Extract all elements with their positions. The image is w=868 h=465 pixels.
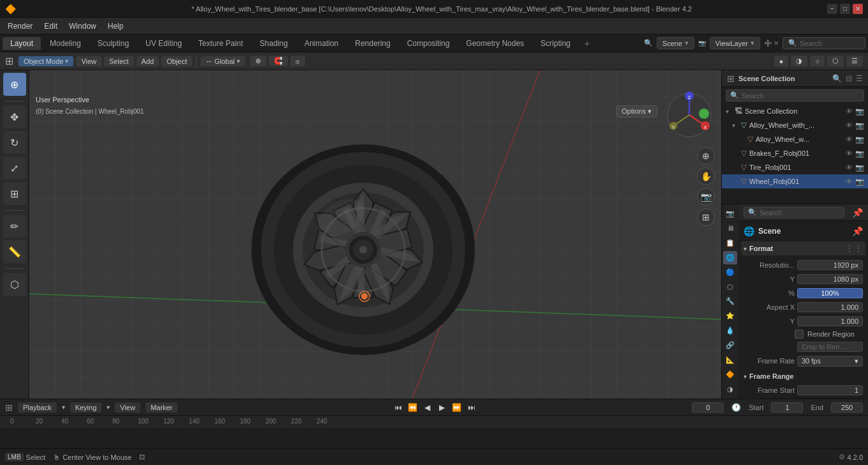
output-props-icon[interactable]: 🖥 [723, 222, 737, 235]
view-menu-timeline[interactable]: View [115, 402, 140, 413]
jump-start-button[interactable]: ⏮ [392, 401, 405, 414]
render-icon[interactable]: 📷 [855, 178, 864, 186]
close-button[interactable]: ✕ [853, 4, 863, 14]
outliner-item-alloy-wheel[interactable]: ▾ ▽ Alloy_Wheel_with_... 👁 📷 [722, 118, 868, 132]
viewport-shading-rendered[interactable]: ○ [810, 56, 825, 66]
visibility-icon[interactable]: 👁 [846, 107, 853, 116]
frame-range-header[interactable]: ▾ Frame Range [741, 370, 865, 382]
render-icon[interactable]: 📷 [855, 107, 864, 116]
frame-rate-dropdown[interactable]: 30 fps ▾ [797, 356, 863, 367]
step-back-button[interactable]: ⏪ [407, 401, 419, 414]
tab-geometry-nodes[interactable]: Geometry Nodes [458, 37, 532, 50]
annotate-tool[interactable]: ✏ [3, 215, 26, 238]
end-frame-input[interactable]: 250 [831, 402, 863, 413]
cursor-tool[interactable]: ⊕ [3, 73, 26, 96]
pivot-point[interactable]: ⊕ [250, 56, 266, 66]
render-icon[interactable]: 📷 [855, 135, 864, 144]
minimize-button[interactable]: − [827, 4, 837, 14]
viewport-overlay[interactable]: ⬡ [827, 56, 844, 66]
render-icon[interactable]: 📷 [855, 121, 864, 130]
add-workspace-button[interactable]: + [580, 36, 595, 50]
menu-render[interactable]: Render [3, 20, 38, 32]
viewlayer-selector[interactable]: ViewLayer ▾ [710, 37, 760, 49]
play-back-button[interactable]: ◀ [421, 401, 434, 414]
render-icon[interactable]: 📷 [855, 149, 864, 158]
select-menu[interactable]: Select [104, 56, 134, 66]
outliner-item-alloy-wheel-mesh[interactable]: ▾ ▽ Alloy_Wheel_w... 👁 📷 [722, 132, 868, 146]
outliner-item-tire[interactable]: ▾ ▽ Tire_Robj001 👁 📷 [722, 160, 868, 174]
proportional-edit[interactable]: ⌾ [290, 56, 305, 66]
grid-button[interactable]: ⊞ [697, 208, 715, 226]
render-props-icon[interactable]: 📷 [723, 207, 737, 220]
tab-sculpting[interactable]: Sculpting [90, 37, 137, 50]
jump-end-button[interactable]: ⏭ [465, 401, 478, 414]
viewport-shading-material[interactable]: ◑ [791, 56, 807, 66]
step-forward-button[interactable]: ⏩ [451, 401, 463, 414]
render-region-checkbox[interactable] [795, 330, 804, 339]
keying-menu[interactable]: Keying [70, 402, 102, 413]
format-menu-icon[interactable]: ⋮⋮ [845, 243, 863, 254]
view-layer-props-icon[interactable]: 📋 [723, 236, 737, 250]
viewport-3d[interactable]: User Perspective (0) Scene Collection | … [29, 70, 721, 399]
viewport-shading-solid[interactable]: ● [774, 56, 789, 66]
tab-compositing[interactable]: Compositing [400, 37, 458, 50]
pan-button[interactable]: ✋ [697, 167, 715, 185]
outliner-search[interactable]: 🔍 Search [726, 89, 864, 102]
scale-tool[interactable]: ⤢ [3, 156, 26, 179]
options-button[interactable]: Options ▾ [616, 105, 657, 118]
object-menu[interactable]: Object [161, 56, 192, 66]
visibility-icon[interactable]: 👁 [846, 121, 853, 130]
snap-toggle[interactable]: 🧲 [269, 56, 288, 66]
pin-icon[interactable]: 📌 [852, 208, 863, 218]
outliner-item-wheel[interactable]: ▾ ▽ Wheel_Robj001 👁 📷 [722, 174, 868, 188]
world-props-icon[interactable]: 🔵 [723, 266, 737, 279]
play-button[interactable]: ▶ [436, 401, 449, 414]
scene-selector[interactable]: Scene ▾ [657, 37, 694, 49]
visibility-icon[interactable]: 👁 [846, 135, 853, 144]
playback-menu[interactable]: Playback [18, 402, 57, 413]
object-props-icon[interactable]: ⬡ [723, 280, 737, 294]
pin-scene-icon[interactable]: 📌 [852, 226, 863, 236]
timeline-content[interactable]: 0 20 40 60 80 100 120 140 160 180 200 22… [0, 416, 868, 448]
viewport-xray[interactable]: ☰ [846, 56, 863, 66]
scene-props-icon[interactable]: 🌐 [723, 251, 737, 264]
tab-layout[interactable]: Layout [3, 37, 41, 50]
tab-shading[interactable]: Shading [252, 37, 296, 50]
transform-orientation[interactable]: ↔ Global ▾ [200, 56, 245, 66]
maximize-button[interactable]: □ [840, 4, 850, 14]
render-icon[interactable]: 📷 [855, 164, 864, 172]
shading-props-icon[interactable]: ◑ [723, 383, 737, 396]
constraints-props-icon[interactable]: 🔗 [723, 339, 737, 352]
start-frame-input[interactable]: 1 [771, 402, 803, 413]
data-props-icon[interactable]: 📐 [723, 353, 737, 367]
visibility-icon[interactable]: 👁 [846, 178, 853, 186]
view-menu[interactable]: View [76, 56, 101, 66]
current-frame-display[interactable]: 0 [692, 402, 724, 413]
particles-props-icon[interactable]: ⭐ [723, 309, 737, 323]
tab-scripting[interactable]: Scripting [533, 37, 578, 50]
menu-window[interactable]: Window [64, 20, 101, 32]
properties-search[interactable]: 🔍 Search [744, 207, 844, 218]
aspect-x-input[interactable]: 1.000 [797, 302, 863, 312]
camera-button[interactable]: 📷 [697, 188, 715, 206]
viewport-gizmo[interactable]: Z X Y [664, 89, 715, 141]
measure-tool[interactable]: 📏 [3, 240, 26, 263]
resolution-y-input[interactable]: 1080 px [797, 274, 863, 284]
outliner-item-scene-collection[interactable]: ▾ 🏗 Scene Collection 👁 📷 [722, 104, 868, 118]
gizmo-svg[interactable]: Z X Y [664, 89, 715, 141]
resolution-pct-input[interactable]: 100% [797, 288, 863, 298]
tab-animation[interactable]: Animation [297, 37, 346, 50]
aspect-y-input[interactable]: 1.000 [797, 316, 863, 326]
transform-tool[interactable]: ⊞ [3, 182, 26, 205]
modifier-props-icon[interactable]: 🔧 [723, 295, 737, 309]
top-search[interactable]: 🔍 Search [782, 37, 865, 49]
resolution-x-input[interactable]: 1920 px [797, 260, 863, 270]
tab-texture-paint[interactable]: Texture Paint [191, 37, 251, 50]
tab-uv-editing[interactable]: UV Editing [138, 37, 190, 50]
mode-selector[interactable]: Object Mode ▾ [19, 56, 73, 66]
tab-modeling[interactable]: Modeling [42, 37, 89, 50]
material-props-icon[interactable]: 🔶 [723, 368, 737, 381]
format-section-header[interactable]: ▾ Format ⋮⋮ [741, 241, 865, 255]
move-tool[interactable]: ✥ [3, 105, 26, 128]
visibility-icon[interactable]: 👁 [846, 164, 853, 172]
